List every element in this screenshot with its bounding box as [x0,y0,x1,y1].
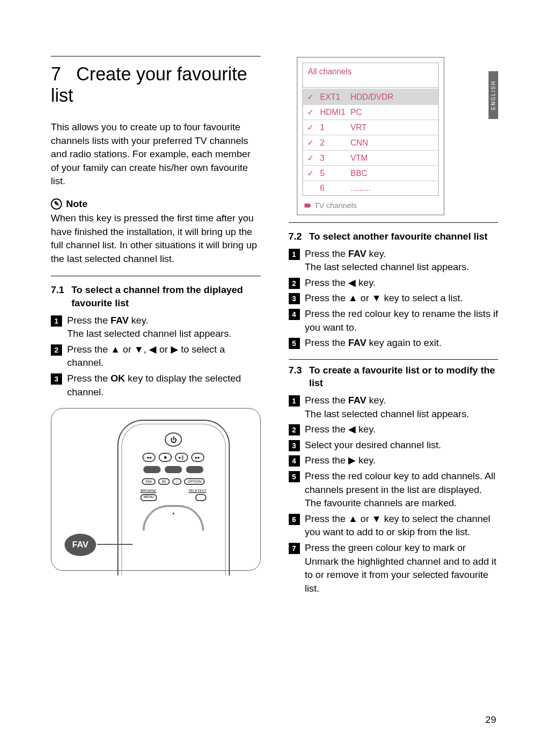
dpad-icon [143,505,204,531]
tv-icon [304,203,311,208]
osd-row: ✓3VTM [303,150,438,165]
step: 5 Press the FAV key again to exit. [289,336,499,350]
divider [51,56,261,56]
section-number: 7.3 [289,364,302,390]
step-badge: 1 [289,395,300,406]
intro-paragraph: This allows you to create up to four fav… [51,121,261,188]
callout-line [96,544,133,545]
step-badge: 2 [289,278,300,289]
note-label: Note [66,198,87,210]
osd-row: ✓2CNN [303,135,438,150]
osd-row: ✓HDMI1PC [303,104,438,120]
step: 5Press the red colour key to add channel… [289,470,499,510]
chapter-number: 7 [51,64,76,85]
osd-header: All channels [302,63,439,88]
osd-row: ✓1VRT [303,120,438,135]
section-title: To select a channel from the diplayed fa… [71,283,260,309]
note-text: When this key is pressed the first time … [51,212,261,266]
section-7-3-steps: 1 Press the FAV key. The last selected c… [289,394,499,595]
divider [289,359,499,360]
step: 1 Press the FAV key. The last selected c… [289,394,499,421]
section-7-2-steps: 1 Press the FAV key. The last selected c… [289,247,499,350]
step-badge: 5 [289,338,300,349]
step-badge: 7 [289,543,300,554]
step-badge: 6 [289,514,300,525]
step: 2 Press the ▲ or ▼, ◀ or ▶ to select a c… [51,343,261,370]
left-column: 7Create your favourite list This allows … [51,51,261,597]
step: 2Press the ◀ key. [289,423,499,437]
step-badge: 4 [289,309,300,320]
osd-row: 6......... [303,181,438,195]
divider [289,222,499,223]
step-badge: 3 [51,373,62,385]
divider [51,276,261,276]
power-icon: ⏻ [165,432,182,447]
section-7-1-steps: 1 Press the FAV key. The last selected c… [51,314,261,399]
step-badge: 1 [51,315,62,327]
step-badge: 2 [51,344,62,356]
step-badge: 5 [289,471,300,482]
step-badge: 3 [289,440,300,451]
step-badge: 1 [289,249,300,260]
section-7-1-heading: 7.1 To select a channel from the diplaye… [51,283,261,309]
transport-row: ◂◂■▸‖▸▸ [142,453,204,462]
step: 1 Press the FAV key. The last selected c… [289,247,499,274]
osd-list: ✓EXT1HDD/DVDR ✓HDMI1PC ✓1VRT ✓2CNN ✓3VTM… [302,89,439,196]
step: 2Press the ◀ key. [289,276,499,290]
pill-row [143,466,203,473]
section-number: 7.2 [289,230,302,243]
onscreen-channel-panel: All channels ✓EXT1HDD/DVDR ✓HDMI1PC ✓1VR… [297,57,444,215]
fav-callout: FAV [64,533,97,557]
step-badge: 4 [289,455,300,467]
section-number: 7.1 [51,283,64,309]
section-7-3-heading: 7.3 To create a favourite list or to mod… [289,364,499,390]
step: 4Press the red colour key to rename the … [289,307,499,334]
page-number: 29 [485,714,496,725]
option-row: FAV AV □ OPTION [142,478,205,485]
note-icon: ✎ [51,198,62,210]
section-title: To select another favourite channel list [309,230,487,243]
section-7-2-heading: 7.2 To select another favourite channel … [289,230,499,243]
osd-row: ✓EXT1HDD/DVDR [303,89,438,104]
right-column: All channels ✓EXT1HDD/DVDR ✓HDMI1PC ✓1VR… [289,51,499,597]
language-tab: ENGLISH [489,71,498,119]
teletext-icon [195,494,206,501]
step: 3Press the ▲ or ▼ key to select a list. [289,292,499,305]
chapter-heading: 7Create your favourite list [51,64,261,106]
step: 3 Press the OK key to display the select… [51,372,261,399]
osd-footer: TV channels [302,196,439,212]
step: 3Select your desired channel list. [289,439,499,452]
step-badge: 2 [289,424,300,435]
remote-illustration: ⏻ ◂◂■▸‖▸▸ FAV AV □ OPTION BROWSETELETEXT… [51,408,261,571]
note-heading: ✎ Note [51,198,261,210]
step: 4Press the ▶ key. [289,454,499,468]
step: 6Press the ▲ or ▼ key to select the chan… [289,512,499,539]
chapter-title: Create your favourite list [51,64,247,106]
step-badge: 3 [289,293,300,304]
osd-row: ✓5BBC [303,165,438,181]
step: 1 Press the FAV key. The last selected c… [51,314,261,341]
section-title: To create a favourite list or to modify … [309,364,498,390]
step: 7Press the green colour key to mark or U… [289,541,499,595]
